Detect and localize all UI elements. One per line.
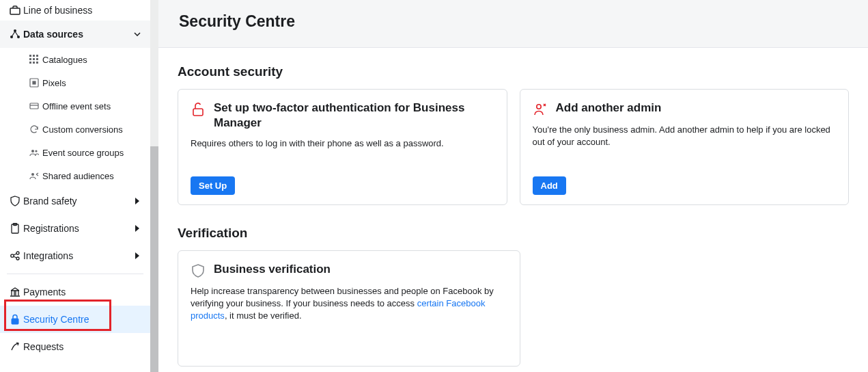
chevron-right-icon <box>134 225 141 232</box>
card-title: Set up two-factor authentication for Bus… <box>214 101 494 131</box>
sidebar-item-label: Payments <box>23 287 141 297</box>
clipboard-icon <box>7 223 23 234</box>
sidebar-item-requests[interactable]: Requests <box>0 333 150 360</box>
grid-icon <box>26 55 42 64</box>
section-account-security: Account security Set up two-factor authe… <box>178 64 849 205</box>
svg-point-17 <box>35 150 37 152</box>
people-icon <box>26 148 42 157</box>
sidebar-item-line-of-business[interactable]: Line of business <box>0 0 150 21</box>
set-up-button[interactable]: Set Up <box>191 176 235 195</box>
sidebar-item-label: Registrations <box>23 223 134 234</box>
page-header: Security Centre <box>158 0 868 48</box>
sidebar-sub-shared-audiences[interactable]: Shared audiences <box>16 164 150 187</box>
main-body: Account security Set up two-factor authe… <box>158 48 868 372</box>
svg-rect-4 <box>29 55 31 57</box>
sidebar-item-registrations[interactable]: Registrations <box>0 215 150 242</box>
card-body: You're the only business admin. Add anot… <box>533 124 837 167</box>
svg-rect-0 <box>10 8 20 14</box>
sidebar-sub-label: Event source groups <box>42 148 124 158</box>
svg-rect-9 <box>36 58 38 60</box>
sidebar-sub-label: Catalogues <box>42 55 87 65</box>
card-add-admin: Add another admin You're the only busine… <box>520 89 850 205</box>
svg-rect-8 <box>33 58 35 60</box>
svg-rect-11 <box>33 62 35 64</box>
sidebar-sub-event-source-groups[interactable]: Event source groups <box>16 141 150 164</box>
card-two-factor: Set up two-factor authentication for Bus… <box>178 89 507 205</box>
svg-rect-15 <box>30 103 38 109</box>
user-share-icon <box>26 171 42 181</box>
svg-rect-5 <box>33 55 35 57</box>
card-body: Help increase transparency between busin… <box>191 285 507 356</box>
section-title: Verification <box>178 226 849 241</box>
requests-icon <box>7 341 23 352</box>
briefcase-icon <box>7 5 23 15</box>
sidebar-item-payments[interactable]: Payments <box>0 278 150 306</box>
add-button[interactable]: Add <box>533 176 566 195</box>
sidebar-item-label: Data sources <box>23 29 134 40</box>
unlock-icon <box>191 102 206 117</box>
bv-body-post: , it must be verified. <box>225 310 302 321</box>
svg-rect-25 <box>193 109 203 116</box>
chevron-down-icon <box>134 32 141 36</box>
sidebar-sub-custom-conversions[interactable]: Custom conversions <box>16 118 150 141</box>
sidebar-item-label: Integrations <box>23 250 134 261</box>
bank-icon <box>7 287 23 297</box>
svg-rect-12 <box>36 62 38 64</box>
content-wrap: Security Centre Account security Set up … <box>150 0 868 372</box>
sidebar-item-label: Requests <box>23 341 141 352</box>
sidebar-sub-catalogues[interactable]: Catalogues <box>16 48 150 71</box>
svg-point-18 <box>31 173 34 176</box>
card-body: Requires others to log in with their pho… <box>191 137 494 167</box>
sidebar-sub-label: Shared audiences <box>42 171 114 181</box>
svg-rect-6 <box>36 55 38 57</box>
offline-icon <box>26 101 42 111</box>
sidebar-item-label: Line of business <box>23 5 141 16</box>
sidebar-sub-label: Pixels <box>42 78 66 88</box>
integrations-icon <box>7 250 23 261</box>
sidebar-sub-label: Offline event sets <box>42 101 111 111</box>
svg-rect-7 <box>29 58 31 60</box>
shield-icon <box>191 263 206 278</box>
share-nodes-icon <box>7 29 23 40</box>
sidebar-item-security-centre[interactable]: Security Centre <box>0 306 150 333</box>
page-title: Security Centre <box>179 12 848 31</box>
sidebar-item-brand-safety[interactable]: Brand safety <box>0 187 150 215</box>
svg-point-16 <box>31 150 34 152</box>
svg-rect-24 <box>12 319 18 324</box>
svg-point-22 <box>16 252 19 254</box>
shield-outline-icon <box>7 196 23 207</box>
svg-point-23 <box>16 257 19 260</box>
pixel-icon <box>26 78 42 88</box>
sidebar-sub-pixels[interactable]: Pixels <box>16 71 150 94</box>
section-verification: Verification Business verification Help … <box>178 226 849 367</box>
card-business-verification: Business verification Help increase tran… <box>178 250 520 367</box>
sidebar-sub-label: Custom conversions <box>42 124 123 135</box>
scroll-thumb[interactable] <box>150 146 158 372</box>
sidebar-item-label: Brand safety <box>23 196 134 207</box>
section-title: Account security <box>178 64 849 79</box>
lock-icon <box>7 314 23 325</box>
user-alert-icon <box>533 102 548 117</box>
divider <box>7 274 143 274</box>
sidebar-item-data-sources[interactable]: Data sources <box>0 21 150 48</box>
svg-point-21 <box>11 254 14 257</box>
chevron-right-icon <box>134 252 141 259</box>
card-title: Business verification <box>214 262 331 277</box>
card-title: Add another admin <box>556 101 662 116</box>
svg-rect-14 <box>33 81 36 84</box>
sidebar: Line of business Data sources Catalogues… <box>0 0 150 372</box>
content: Security Centre Account security Set up … <box>158 0 868 372</box>
sidebar-item-integrations[interactable]: Integrations <box>0 242 150 269</box>
svg-rect-10 <box>29 62 31 64</box>
chevron-right-icon <box>134 198 141 204</box>
sidebar-item-label: Security Centre <box>23 314 141 325</box>
sidebar-sub-offline-event-sets[interactable]: Offline event sets <box>16 94 150 118</box>
svg-point-26 <box>536 105 540 109</box>
refresh-icon <box>26 124 42 134</box>
